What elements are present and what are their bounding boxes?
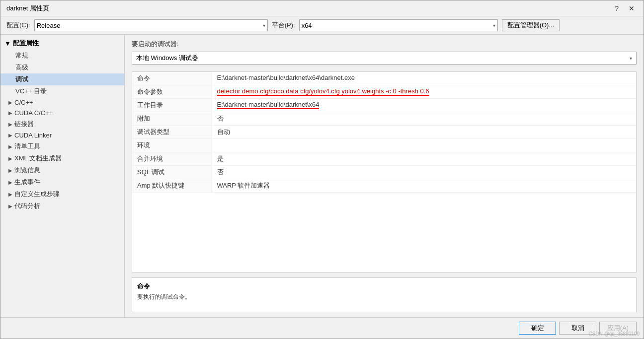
sidebar-label-browse: 浏览信息 xyxy=(14,166,40,175)
ok-button[interactable]: 确定 xyxy=(519,322,556,335)
toolbar: 配置(C): Release ▾ 平台(P): x64 ▾ 配置管理器(O)..… xyxy=(0,16,644,35)
expand-icon-buildevents: ▶ xyxy=(8,180,12,185)
expand-icon-browse: ▶ xyxy=(8,168,12,173)
sidebar-label-xmldoc: XML 文档生成器 xyxy=(14,154,62,163)
watermark: CSDN @qq_35880100 xyxy=(589,331,640,337)
sidebar-label-cudalinker: CUDA Linker xyxy=(14,132,52,139)
sidebar-label-cudacpp: CUDA C/C++ xyxy=(14,109,53,117)
expand-icon-codeanalysis: ▶ xyxy=(8,203,12,209)
expand-icon-cpp: ▶ xyxy=(8,100,12,105)
expand-icon-custombuild: ▶ xyxy=(8,192,12,197)
prop-key: Amp 默认快捷键 xyxy=(132,179,212,193)
sidebar-label-linker: 链接器 xyxy=(14,120,34,129)
config-label: 配置(C): xyxy=(6,21,30,30)
debugger-select[interactable]: 本地 Windows 调试器 ▾ xyxy=(132,52,637,65)
table-row[interactable]: 命令参数detector demo cfg/coco.data cfg/yolo… xyxy=(132,85,636,99)
platform-label: 平台(P): xyxy=(272,21,295,30)
debugger-value: 本地 Windows 调试器 xyxy=(136,54,198,63)
sidebar-label-custombuild: 自定义生成步骤 xyxy=(14,190,60,199)
prop-key: 命令 xyxy=(132,72,212,85)
prop-value: 是 xyxy=(212,152,636,166)
prop-value: WARP 软件加速器 xyxy=(212,179,636,193)
platform-select[interactable]: x64 ▾ xyxy=(299,19,498,31)
prop-value: detector demo cfg/coco.data cfg/yolov4.c… xyxy=(212,85,636,99)
table-row[interactable]: 合并环境是 xyxy=(132,152,636,166)
sidebar-label-buildevents: 生成事件 xyxy=(14,178,40,187)
prop-key: 调试器类型 xyxy=(132,126,212,139)
close-button[interactable]: ✕ xyxy=(626,3,638,13)
properties-table: 命令E:\darknet-master\build\darknet\x64\da… xyxy=(132,72,636,193)
prop-value: E:\darknet-master\build\darknet\x64 xyxy=(212,99,636,112)
right-content: 要启动的调试器: 本地 Windows 调试器 ▾ 命令E:\darknet-m… xyxy=(125,35,644,317)
title-bar-controls: ? ✕ xyxy=(612,3,638,13)
expand-icon-cudalinker: ▶ xyxy=(8,133,12,138)
sidebar-item-manifest[interactable]: ▶ 清单工具 xyxy=(0,140,124,152)
prop-key: SQL 调试 xyxy=(132,166,212,179)
sidebar-item-cudalinker[interactable]: ▶ CUDA Linker xyxy=(0,130,124,140)
sidebar-item-advanced[interactable]: 高级 xyxy=(0,62,124,73)
prop-key: 环境 xyxy=(132,139,212,152)
sidebar-label-general: 常规 xyxy=(15,51,28,60)
sidebar-label-cpp: C/C++ xyxy=(14,99,33,106)
prop-value: E:\darknet-master\build\darknet\x64\dark… xyxy=(212,72,636,85)
table-row[interactable]: Amp 默认快捷键WARP 软件加速器 xyxy=(132,179,636,193)
sidebar-header-label: 配置属性 xyxy=(13,39,39,48)
table-row[interactable]: 命令E:\darknet-master\build\darknet\x64\da… xyxy=(132,72,636,85)
title-bar: darknet 属性页 ? ✕ xyxy=(0,0,644,16)
main-content: ▼ 配置属性 常规 高级 调试 VC++ 目录 ▶ C/C++ ▶ CUDA C… xyxy=(0,35,644,317)
config-arrow: ▾ xyxy=(263,23,265,28)
desc-title: 命令 xyxy=(137,282,631,291)
prop-value xyxy=(212,139,636,152)
table-row[interactable]: 调试器类型自动 xyxy=(132,126,636,139)
expand-icon-xmldoc: ▶ xyxy=(8,156,12,161)
sidebar-label-vcdirs: VC++ 目录 xyxy=(15,87,47,96)
sidebar-label-debug: 调试 xyxy=(15,75,28,84)
prop-key: 合并环境 xyxy=(132,152,212,166)
manage-config-button[interactable]: 配置管理器(O)... xyxy=(502,19,560,31)
sidebar-item-buildevents[interactable]: ▶ 生成事件 xyxy=(0,176,124,188)
config-select[interactable]: Release ▾ xyxy=(34,19,268,31)
help-button[interactable]: ? xyxy=(612,3,622,13)
prop-key: 附加 xyxy=(132,112,212,126)
dialog: darknet 属性页 ? ✕ 配置(C): Release ▾ 平台(P): … xyxy=(0,0,644,339)
prop-key: 命令参数 xyxy=(132,85,212,99)
sidebar-item-debug[interactable]: 调试 xyxy=(0,73,124,85)
expand-icon-linker: ▶ xyxy=(8,122,12,127)
sidebar-label-manifest: 清单工具 xyxy=(14,142,40,151)
description-box: 命令 要执行的调试命令。 xyxy=(132,277,637,312)
table-row[interactable]: 环境 xyxy=(132,139,636,152)
desc-text: 要执行的调试命令。 xyxy=(137,293,631,301)
platform-arrow: ▾ xyxy=(493,23,495,28)
sidebar-label-advanced: 高级 xyxy=(15,63,28,72)
footer: 确定 取消 应用(A) xyxy=(0,317,644,339)
sidebar-item-custombuild[interactable]: ▶ 自定义生成步骤 xyxy=(0,188,124,200)
prop-value: 否 xyxy=(212,112,636,126)
sidebar: ▼ 配置属性 常规 高级 调试 VC++ 目录 ▶ C/C++ ▶ CUDA C… xyxy=(0,35,125,317)
prop-value: 否 xyxy=(212,166,636,179)
config-value: Release xyxy=(37,22,61,29)
sidebar-item-cudacpp[interactable]: ▶ CUDA C/C++ xyxy=(0,108,124,118)
platform-value: x64 xyxy=(302,22,312,29)
sidebar-item-browse[interactable]: ▶ 浏览信息 xyxy=(0,164,124,176)
sidebar-item-xmldoc[interactable]: ▶ XML 文档生成器 xyxy=(0,152,124,164)
sidebar-item-linker[interactable]: ▶ 链接器 xyxy=(0,118,124,130)
sidebar-item-general[interactable]: 常规 xyxy=(0,50,124,62)
sidebar-item-cpp[interactable]: ▶ C/C++ xyxy=(0,97,124,108)
sidebar-label-codeanalysis: 代码分析 xyxy=(14,202,40,210)
properties-area: 命令E:\darknet-master\build\darknet\x64\da… xyxy=(132,71,637,272)
table-row[interactable]: 附加否 xyxy=(132,112,636,126)
table-row[interactable]: SQL 调试否 xyxy=(132,166,636,179)
sidebar-header: ▼ 配置属性 xyxy=(0,37,124,50)
prop-key: 工作目录 xyxy=(132,99,212,112)
sidebar-item-vcdirs[interactable]: VC++ 目录 xyxy=(0,85,124,97)
collapse-icon: ▼ xyxy=(4,40,11,47)
debugger-section-label: 要启动的调试器: xyxy=(132,40,637,49)
table-row[interactable]: 工作目录E:\darknet-master\build\darknet\x64 xyxy=(132,99,636,112)
expand-icon-cudacpp: ▶ xyxy=(8,110,12,116)
sidebar-item-codeanalysis[interactable]: ▶ 代码分析 xyxy=(0,200,124,212)
debugger-arrow: ▾ xyxy=(630,56,632,61)
title-bar-title: darknet 属性页 xyxy=(6,4,49,13)
prop-value: 自动 xyxy=(212,126,636,139)
expand-icon-manifest: ▶ xyxy=(8,144,12,149)
dialog-title: darknet 属性页 xyxy=(6,4,49,13)
